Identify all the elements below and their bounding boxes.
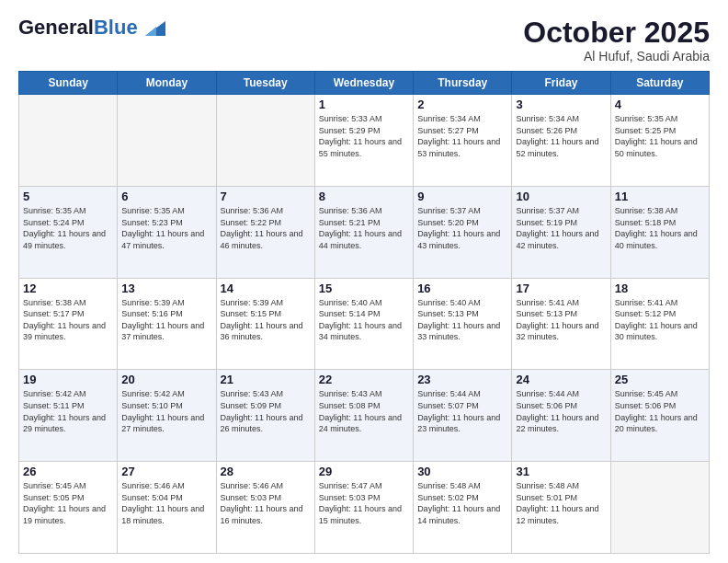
- calendar-table: SundayMondayTuesdayWednesdayThursdayFrid…: [18, 71, 710, 554]
- day-info: Sunrise: 5:35 AMSunset: 5:23 PMDaylight:…: [121, 205, 211, 251]
- day-info: Sunrise: 5:37 AMSunset: 5:20 PMDaylight:…: [417, 205, 507, 251]
- calendar-cell: 29Sunrise: 5:47 AMSunset: 5:03 PMDayligh…: [314, 462, 413, 554]
- day-number: 4: [615, 98, 705, 111]
- calendar-cell: [19, 95, 118, 187]
- calendar-cell: 4Sunrise: 5:35 AMSunset: 5:25 PMDaylight…: [610, 95, 709, 187]
- day-info: Sunrise: 5:47 AMSunset: 5:03 PMDaylight:…: [319, 480, 409, 526]
- day-number: 30: [417, 465, 507, 478]
- calendar-cell: 10Sunrise: 5:37 AMSunset: 5:19 PMDayligh…: [512, 186, 610, 278]
- day-number: 16: [417, 282, 507, 295]
- calendar-cell: 19Sunrise: 5:42 AMSunset: 5:11 PMDayligh…: [19, 370, 118, 462]
- day-number: 18: [615, 282, 705, 295]
- day-info: Sunrise: 5:37 AMSunset: 5:19 PMDaylight:…: [516, 205, 606, 251]
- day-number: 24: [516, 373, 606, 386]
- calendar-cell: [118, 95, 216, 187]
- day-number: 1: [319, 98, 409, 111]
- day-info: Sunrise: 5:41 AMSunset: 5:12 PMDaylight:…: [615, 297, 705, 343]
- header: GeneralBlue October 2025 Al Hufuf, Saudi…: [18, 17, 710, 63]
- calendar-cell: 9Sunrise: 5:37 AMSunset: 5:20 PMDaylight…: [414, 186, 512, 278]
- calendar-cell: 12Sunrise: 5:38 AMSunset: 5:17 PMDayligh…: [19, 278, 118, 370]
- calendar-week-row: 12Sunrise: 5:38 AMSunset: 5:17 PMDayligh…: [19, 278, 710, 370]
- calendar-cell: 30Sunrise: 5:48 AMSunset: 5:02 PMDayligh…: [414, 462, 512, 554]
- day-info: Sunrise: 5:43 AMSunset: 5:08 PMDaylight:…: [319, 388, 409, 434]
- day-info: Sunrise: 5:43 AMSunset: 5:09 PMDaylight:…: [221, 388, 311, 434]
- calendar-cell: 22Sunrise: 5:43 AMSunset: 5:08 PMDayligh…: [314, 370, 413, 462]
- day-info: Sunrise: 5:38 AMSunset: 5:17 PMDaylight:…: [23, 297, 113, 343]
- day-number: 13: [121, 282, 211, 295]
- day-info: Sunrise: 5:35 AMSunset: 5:24 PMDaylight:…: [23, 205, 113, 251]
- day-info: Sunrise: 5:45 AMSunset: 5:06 PMDaylight:…: [615, 388, 705, 434]
- header-wednesday: Wednesday: [314, 72, 413, 95]
- day-number: 8: [319, 190, 409, 203]
- day-number: 17: [516, 282, 606, 295]
- day-info: Sunrise: 5:39 AMSunset: 5:16 PMDaylight:…: [121, 297, 211, 343]
- day-number: 14: [221, 282, 311, 295]
- month-title: October 2025: [523, 17, 710, 49]
- day-number: 31: [516, 465, 606, 478]
- day-info: Sunrise: 5:40 AMSunset: 5:13 PMDaylight:…: [417, 297, 507, 343]
- calendar-cell: 17Sunrise: 5:41 AMSunset: 5:13 PMDayligh…: [512, 278, 610, 370]
- day-info: Sunrise: 5:48 AMSunset: 5:02 PMDaylight:…: [417, 480, 507, 526]
- day-info: Sunrise: 5:48 AMSunset: 5:01 PMDaylight:…: [516, 480, 606, 526]
- logo-icon: [145, 21, 165, 36]
- day-number: 12: [23, 282, 113, 295]
- day-number: 5: [23, 190, 113, 203]
- day-info: Sunrise: 5:45 AMSunset: 5:05 PMDaylight:…: [23, 480, 113, 526]
- logo: GeneralBlue: [18, 17, 165, 39]
- day-number: 27: [121, 465, 211, 478]
- calendar-cell: 31Sunrise: 5:48 AMSunset: 5:01 PMDayligh…: [512, 462, 610, 554]
- day-info: Sunrise: 5:46 AMSunset: 5:03 PMDaylight:…: [221, 480, 311, 526]
- day-info: Sunrise: 5:36 AMSunset: 5:21 PMDaylight:…: [319, 205, 409, 251]
- logo-blue: Blue: [94, 16, 138, 39]
- header-thursday: Thursday: [414, 72, 512, 95]
- day-info: Sunrise: 5:34 AMSunset: 5:26 PMDaylight:…: [516, 113, 606, 159]
- calendar-cell: 26Sunrise: 5:45 AMSunset: 5:05 PMDayligh…: [19, 462, 118, 554]
- calendar-cell: 20Sunrise: 5:42 AMSunset: 5:10 PMDayligh…: [118, 370, 216, 462]
- header-friday: Friday: [512, 72, 610, 95]
- header-tuesday: Tuesday: [216, 72, 314, 95]
- calendar-cell: 16Sunrise: 5:40 AMSunset: 5:13 PMDayligh…: [414, 278, 512, 370]
- header-saturday: Saturday: [610, 72, 709, 95]
- calendar-cell: 21Sunrise: 5:43 AMSunset: 5:09 PMDayligh…: [216, 370, 314, 462]
- calendar-cell: 1Sunrise: 5:33 AMSunset: 5:29 PMDaylight…: [314, 95, 413, 187]
- calendar-week-row: 26Sunrise: 5:45 AMSunset: 5:05 PMDayligh…: [19, 462, 710, 554]
- calendar-week-row: 19Sunrise: 5:42 AMSunset: 5:11 PMDayligh…: [19, 370, 710, 462]
- day-number: 7: [221, 190, 311, 203]
- day-number: 15: [319, 282, 409, 295]
- calendar-cell: [216, 95, 314, 187]
- day-info: Sunrise: 5:33 AMSunset: 5:29 PMDaylight:…: [319, 113, 409, 159]
- calendar-cell: 5Sunrise: 5:35 AMSunset: 5:24 PMDaylight…: [19, 186, 118, 278]
- calendar-week-row: 1Sunrise: 5:33 AMSunset: 5:29 PMDaylight…: [19, 95, 710, 187]
- day-info: Sunrise: 5:42 AMSunset: 5:11 PMDaylight:…: [23, 388, 113, 434]
- day-info: Sunrise: 5:36 AMSunset: 5:22 PMDaylight:…: [221, 205, 311, 251]
- day-info: Sunrise: 5:46 AMSunset: 5:04 PMDaylight:…: [121, 480, 211, 526]
- day-number: 2: [417, 98, 507, 111]
- day-number: 23: [417, 373, 507, 386]
- calendar-cell: 25Sunrise: 5:45 AMSunset: 5:06 PMDayligh…: [610, 370, 709, 462]
- day-info: Sunrise: 5:38 AMSunset: 5:18 PMDaylight:…: [615, 205, 705, 251]
- calendar-week-row: 5Sunrise: 5:35 AMSunset: 5:24 PMDaylight…: [19, 186, 710, 278]
- day-number: 20: [121, 373, 211, 386]
- calendar-cell: 18Sunrise: 5:41 AMSunset: 5:12 PMDayligh…: [610, 278, 709, 370]
- calendar-cell: 23Sunrise: 5:44 AMSunset: 5:07 PMDayligh…: [414, 370, 512, 462]
- header-sunday: Sunday: [19, 72, 118, 95]
- calendar-cell: 2Sunrise: 5:34 AMSunset: 5:27 PMDaylight…: [414, 95, 512, 187]
- day-number: 19: [23, 373, 113, 386]
- day-number: 25: [615, 373, 705, 386]
- day-number: 22: [319, 373, 409, 386]
- day-info: Sunrise: 5:42 AMSunset: 5:10 PMDaylight:…: [121, 388, 211, 434]
- calendar-cell: [610, 462, 709, 554]
- page: GeneralBlue October 2025 Al Hufuf, Saudi…: [0, 0, 728, 563]
- calendar-cell: 14Sunrise: 5:39 AMSunset: 5:15 PMDayligh…: [216, 278, 314, 370]
- calendar-cell: 7Sunrise: 5:36 AMSunset: 5:22 PMDaylight…: [216, 186, 314, 278]
- logo-general: GeneralBlue: [18, 17, 165, 39]
- day-number: 26: [23, 465, 113, 478]
- calendar-cell: 11Sunrise: 5:38 AMSunset: 5:18 PMDayligh…: [610, 186, 709, 278]
- day-number: 11: [615, 190, 705, 203]
- day-number: 28: [221, 465, 311, 478]
- calendar-cell: 28Sunrise: 5:46 AMSunset: 5:03 PMDayligh…: [216, 462, 314, 554]
- day-info: Sunrise: 5:44 AMSunset: 5:06 PMDaylight:…: [516, 388, 606, 434]
- calendar-header-row: SundayMondayTuesdayWednesdayThursdayFrid…: [19, 72, 710, 95]
- day-info: Sunrise: 5:34 AMSunset: 5:27 PMDaylight:…: [417, 113, 507, 159]
- day-number: 9: [417, 190, 507, 203]
